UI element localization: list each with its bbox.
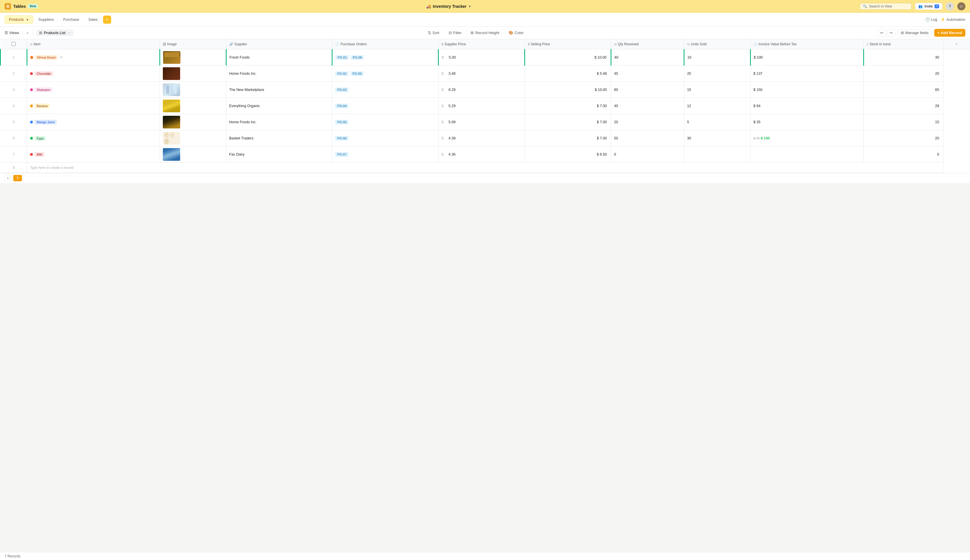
- grid-icon: ⊞: [39, 31, 42, 35]
- record-height-button[interactable]: ⊞ Record Height: [468, 30, 502, 36]
- th-item[interactable]: ⊙ Item: [27, 39, 160, 49]
- table-header-row: ⊙ Item 🖼 Image 🔗 Supplier: [1, 39, 970, 49]
- th-image[interactable]: 🖼 Image: [160, 39, 226, 49]
- add-view-btn[interactable]: +: [26, 31, 28, 35]
- page-number-active[interactable]: 5: [13, 175, 22, 181]
- invite-button[interactable]: 👥 Invite 7: [915, 3, 942, 10]
- po-tag-2a[interactable]: PO-02: [335, 71, 348, 76]
- log-button[interactable]: 🕐 Log: [925, 17, 937, 22]
- item-col-label: Item: [34, 42, 40, 46]
- stock-cell-6: 20: [864, 130, 943, 147]
- po-tag-1a[interactable]: PO-01: [335, 55, 349, 60]
- row-num-6: 6: [1, 130, 27, 147]
- po-tag-4[interactable]: PO-04: [335, 103, 348, 108]
- image-shampoo: [163, 83, 180, 96]
- po-tag-5[interactable]: PO-05: [335, 120, 348, 124]
- sp-col-icon: $: [442, 42, 443, 46]
- record-height-icon: ⊞: [470, 31, 474, 35]
- invoice-cell-5: $ 35: [750, 114, 863, 130]
- th-units-sold[interactable]: ⊙ Units Sold: [684, 39, 750, 49]
- item-cell-7[interactable]: Milk: [27, 147, 160, 163]
- tab-purchase[interactable]: Purchase: [59, 16, 83, 23]
- item-cell-6[interactable]: Eggs: [27, 130, 160, 147]
- th-selling-price[interactable]: $ Selling Price: [525, 39, 611, 49]
- item-dropdown-1[interactable]: ▼: [60, 56, 63, 59]
- view-options-icon: ⋯: [67, 31, 71, 35]
- supplier-price-cell-5: $ 5.99: [438, 114, 525, 130]
- sort-button[interactable]: ⇅ Sort: [425, 30, 442, 36]
- supplier-cell-2: Home Foods Inc.: [226, 65, 332, 82]
- sort-icon: ⇅: [428, 31, 431, 35]
- views-button[interactable]: ☰ Views: [5, 31, 19, 35]
- stock-cell-4: 28: [864, 98, 943, 114]
- po-tag-3[interactable]: PO-03: [335, 87, 348, 92]
- th-checkbox[interactable]: [1, 39, 27, 49]
- plus-icon: +: [26, 31, 28, 35]
- add-page-button[interactable]: +: [5, 175, 11, 181]
- title-icon: 🚚: [426, 4, 431, 9]
- tab-purchase-label: Purchase: [63, 17, 79, 22]
- po-cell-5: PO-05: [332, 114, 438, 130]
- topbar-center: 🚚 Inventory Tracker ▼: [426, 4, 472, 9]
- item-cell-1[interactable]: Wheat Bread ▼: [27, 49, 160, 65]
- th-qty-received[interactable]: ⊙ Qty Received: [611, 39, 684, 49]
- image-cell-4: [160, 98, 226, 114]
- add-tab-button[interactable]: +: [103, 16, 111, 24]
- view-name-tab[interactable]: ⊞ Products List ⋯: [36, 30, 73, 36]
- filter-label: Filter: [453, 31, 462, 35]
- th-supplier[interactable]: 🔗 Supplier: [226, 39, 332, 49]
- automation-button[interactable]: ⚡ Automation: [940, 17, 965, 22]
- new-record-row[interactable]: 8 Type here to create a record: [1, 163, 970, 173]
- user-avatar[interactable]: U: [957, 2, 965, 10]
- help-button[interactable]: ?: [946, 2, 954, 10]
- item-cell-4[interactable]: Banana: [27, 98, 160, 114]
- filter-button[interactable]: ⊟ Filter: [446, 30, 464, 36]
- manage-fields-label: Manage fields: [905, 31, 929, 35]
- beta-badge: Beta: [28, 4, 38, 8]
- image-cell-3: [160, 82, 226, 98]
- automation-label: Automation: [946, 17, 965, 22]
- po-tag-6[interactable]: PO-06: [335, 136, 348, 141]
- new-record-placeholder[interactable]: Type here to create a record: [27, 163, 943, 173]
- image-col-icon: 🖼: [163, 42, 166, 46]
- topbar: ⊞ Tables Beta 🚚 Inventory Tracker ▼ 🔍 Se…: [0, 0, 970, 13]
- table-footer: + 5: [0, 173, 970, 183]
- th-purchase-orders[interactable]: 📄 Purchase Orders: [332, 39, 438, 49]
- color-button[interactable]: 🎨 Color: [507, 30, 526, 36]
- stock-cell-5: 15: [864, 114, 943, 130]
- redo-button[interactable]: ↪: [887, 29, 895, 37]
- manage-fields-button[interactable]: ⊞ Manage fields: [898, 29, 932, 37]
- th-stock[interactable]: ƒ Stock in hand: [864, 39, 943, 49]
- item-tag-6: Eggs: [35, 136, 46, 141]
- selling-price-cell-7: $ 6.50: [525, 147, 611, 163]
- th-supplier-price[interactable]: $ Supplier Price: [438, 39, 525, 49]
- tab-sales[interactable]: Sales: [84, 16, 102, 23]
- po-tag-7[interactable]: PO-07: [335, 152, 348, 157]
- qty-cell-2: 45: [611, 65, 684, 82]
- po-tag-1b[interactable]: PO-08: [351, 55, 364, 60]
- th-invoice[interactable]: 📄 Invoice Value Before Tax: [750, 39, 863, 49]
- item-col-icon: ⊙: [30, 42, 33, 46]
- tab-products[interactable]: Products ▼: [5, 15, 33, 24]
- undo-button[interactable]: ↩: [878, 29, 886, 37]
- item-cell-3[interactable]: Shampoo: [27, 82, 160, 98]
- add-record-button[interactable]: + Add Record: [934, 29, 965, 37]
- th-add-column[interactable]: +: [943, 39, 970, 49]
- units-cell-5: 5: [684, 114, 750, 130]
- tab-suppliers[interactable]: Suppliers: [34, 16, 58, 23]
- item-cell-2[interactable]: Chocolate: [27, 65, 160, 82]
- select-all-checkbox[interactable]: [12, 42, 16, 46]
- item-tag-1: Wheat Bread: [35, 55, 57, 60]
- qty-cell-4: 40: [611, 98, 684, 114]
- search-icon: 🔍: [863, 4, 867, 8]
- toolbar: ☰ Views + ⊞ Products List ⋯ ⇅ Sort ⊟ Fil…: [0, 27, 970, 39]
- item-cell-5[interactable]: Mango Juice: [27, 114, 160, 130]
- search-box[interactable]: 🔍 Search in View: [860, 3, 912, 10]
- item-dot-3: [30, 88, 33, 91]
- add-record-label: + Add Record: [938, 31, 962, 35]
- po-cell-2: PO-02 PO-09: [332, 65, 438, 82]
- units-cell-4: 12: [684, 98, 750, 114]
- po-tag-2b[interactable]: PO-09: [350, 71, 364, 76]
- item-dot-7: [30, 153, 33, 156]
- supplier-col-icon: 🔗: [229, 42, 233, 46]
